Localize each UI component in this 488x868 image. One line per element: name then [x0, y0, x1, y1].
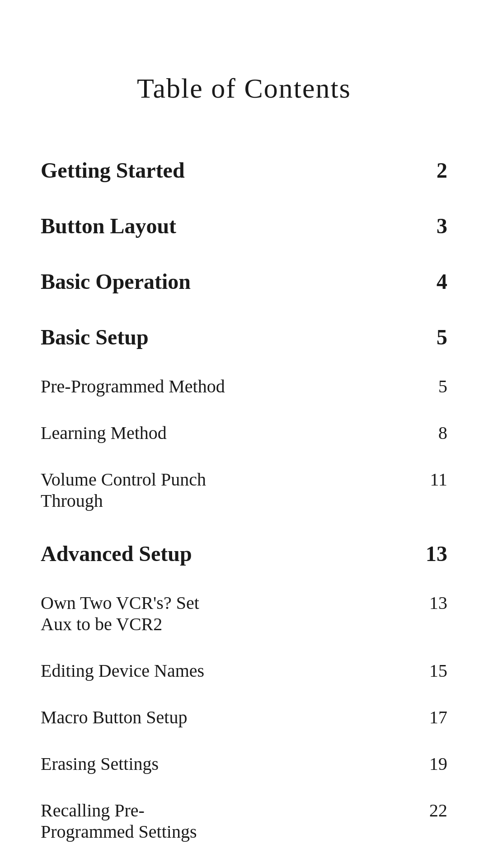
toc-label-basic-operation: Basic Operation [41, 269, 230, 294]
toc-page-basic-operation: 4 [420, 269, 447, 294]
toc-page-recalling-pre-programmed-settings: 22 [420, 800, 447, 821]
toc-label-button-layout: Button Layout [41, 213, 230, 238]
toc-item-getting-started[interactable]: Getting Started2 [41, 141, 447, 196]
toc-label-erasing-settings: Erasing Settings [41, 753, 230, 774]
toc-label-advanced-setup: Advanced Setup [41, 541, 230, 566]
toc-page-basic-setup: 5 [420, 325, 447, 349]
toc-page-advanced-setup: 13 [420, 541, 447, 566]
toc-item-learning-method[interactable]: Learning Method8 [41, 410, 447, 456]
toc-item-the-optional-expander[interactable]: The Optional Expander23 [41, 855, 447, 868]
toc-item-basic-operation[interactable]: Basic Operation4 [41, 252, 447, 307]
toc-item-advanced-setup[interactable]: Advanced Setup13 [41, 524, 447, 580]
toc-page-button-layout: 3 [420, 213, 447, 238]
toc-label-editing-device-names: Editing Device Names [41, 660, 230, 681]
toc-label-basic-setup: Basic Setup [41, 325, 230, 349]
toc-label-macro-button-setup: Macro Button Setup [41, 707, 230, 728]
toc-label-learning-method: Learning Method [41, 422, 230, 443]
toc-item-basic-setup[interactable]: Basic Setup5 [41, 307, 447, 363]
toc-item-volume-control-punch-through[interactable]: Volume Control Punch Through11 [41, 456, 447, 524]
toc-label-recalling-pre-programmed-settings: Recalling Pre-Programmed Settings [41, 800, 230, 842]
toc-page-own-two-vcrs: 13 [420, 592, 447, 613]
toc-page-editing-device-names: 15 [420, 660, 447, 681]
toc-page-learning-method: 8 [420, 422, 447, 443]
toc-page-macro-button-setup: 17 [420, 707, 447, 728]
toc-item-recalling-pre-programmed-settings[interactable]: Recalling Pre-Programmed Settings22 [41, 787, 447, 855]
toc-item-own-two-vcrs[interactable]: Own Two VCR's? Set Aux to be VCR213 [41, 580, 447, 647]
page: Table of Contents Getting Started2Button… [0, 0, 488, 868]
toc-page-erasing-settings: 19 [420, 753, 447, 774]
page-title: Table of Contents [41, 72, 447, 104]
toc-label-pre-programmed-method: Pre-Programmed Method [41, 376, 230, 397]
toc-page-getting-started: 2 [420, 158, 447, 183]
toc-item-macro-button-setup[interactable]: Macro Button Setup17 [41, 694, 447, 741]
toc-label-own-two-vcrs: Own Two VCR's? Set Aux to be VCR2 [41, 592, 230, 635]
toc-item-editing-device-names[interactable]: Editing Device Names15 [41, 647, 447, 694]
toc-item-erasing-settings[interactable]: Erasing Settings19 [41, 741, 447, 787]
toc-container: Getting Started2Button Layout3Basic Oper… [41, 141, 447, 868]
toc-label-getting-started: Getting Started [41, 158, 230, 183]
toc-page-volume-control-punch-through: 11 [420, 469, 447, 490]
toc-item-pre-programmed-method[interactable]: Pre-Programmed Method5 [41, 363, 447, 410]
toc-label-volume-control-punch-through: Volume Control Punch Through [41, 469, 230, 511]
toc-item-button-layout[interactable]: Button Layout3 [41, 196, 447, 252]
toc-page-pre-programmed-method: 5 [420, 376, 447, 397]
